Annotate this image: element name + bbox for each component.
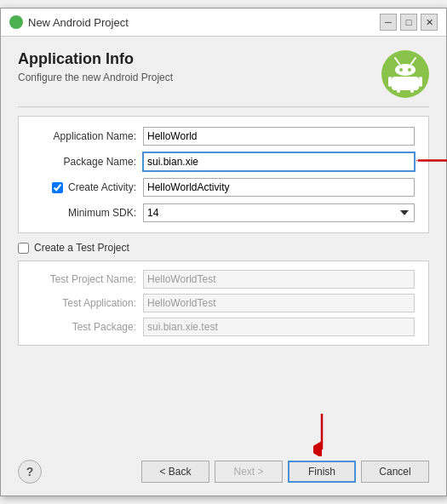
main-form-section: Application Name: Package Name:	[18, 116, 429, 233]
svg-point-4	[408, 68, 411, 72]
title-bar: New Android Project ─ □ ✕	[1, 9, 446, 37]
test-header: Create a Test Project	[18, 242, 429, 254]
cancel-button[interactable]: Cancel	[361, 461, 429, 483]
new-android-project-dialog: New Android Project ─ □ ✕ Application In…	[0, 8, 447, 496]
button-row: ? < Back Next > Finish Cancel	[18, 460, 429, 484]
svg-rect-8	[397, 89, 400, 93]
create-activity-checkbox-label[interactable]: Create Activity:	[52, 181, 136, 193]
maximize-button[interactable]: □	[400, 14, 417, 31]
title-bar-left: New Android Project	[9, 15, 129, 29]
android-logo	[381, 50, 429, 98]
test-app-input	[143, 294, 415, 312]
create-test-checkbox[interactable]	[18, 243, 29, 254]
finish-down-arrow	[313, 414, 330, 456]
svg-rect-2	[395, 64, 415, 76]
package-arrow	[416, 152, 447, 172]
create-activity-input[interactable]	[143, 178, 415, 197]
svg-rect-9	[410, 89, 414, 93]
page-title: Application Info	[18, 50, 173, 68]
app-name-input[interactable]	[143, 127, 415, 146]
help-button[interactable]: ?	[18, 460, 42, 484]
title-bar-controls: ─ □ ✕	[380, 14, 438, 31]
test-app-label: Test Application:	[32, 297, 143, 309]
minimize-button[interactable]: ─	[380, 14, 397, 31]
package-arrow-container	[143, 152, 415, 171]
test-app-row: Test Application:	[32, 294, 415, 312]
test-project-name-row: Test Project Name:	[32, 270, 415, 289]
svg-line-0	[395, 58, 399, 64]
android-robot-svg	[388, 55, 422, 93]
close-button[interactable]: ✕	[421, 14, 438, 31]
svg-rect-6	[388, 77, 392, 87]
header-text: Application Info Configure the new Andro…	[18, 50, 173, 83]
app-name-label: Application Name:	[32, 130, 143, 142]
create-test-text: Create a Test Project	[34, 242, 129, 254]
test-section: Create a Test Project Test Project Name:…	[18, 242, 429, 346]
package-name-label: Package Name:	[32, 156, 143, 168]
svg-rect-7	[419, 77, 422, 87]
min-sdk-select[interactable]: 14 8 10 11 15 16	[143, 203, 415, 222]
package-name-input[interactable]	[143, 152, 415, 171]
test-project-name-label: Test Project Name:	[32, 273, 143, 285]
header-row: Application Info Configure the new Andro…	[18, 50, 429, 98]
create-activity-row: Create Activity:	[32, 178, 415, 197]
bottom-area: ? < Back Next > Finish Cancel	[1, 368, 446, 495]
test-fields: Test Project Name: Test Application: Tes…	[18, 261, 429, 346]
svg-point-3	[399, 68, 403, 72]
finish-button[interactable]: Finish	[288, 461, 356, 483]
android-icon	[9, 15, 23, 29]
create-activity-text: Create Activity:	[68, 181, 136, 193]
create-test-checkbox-label[interactable]: Create a Test Project	[18, 242, 129, 254]
svg-rect-5	[392, 77, 419, 90]
min-sdk-row: Minimum SDK: 14 8 10 11 15 16	[32, 203, 415, 222]
package-name-row: Package Name:	[32, 152, 415, 171]
header-divider	[18, 106, 429, 107]
test-package-label: Test Package:	[32, 321, 143, 333]
svg-line-1	[411, 58, 415, 64]
next-button[interactable]: Next >	[215, 461, 283, 483]
window-title: New Android Project	[28, 16, 129, 29]
create-activity-checkbox[interactable]	[52, 182, 63, 193]
test-package-row: Test Package:	[32, 318, 415, 336]
test-project-name-input	[143, 270, 415, 289]
app-name-row: Application Name:	[32, 127, 415, 146]
min-sdk-label: Minimum SDK:	[32, 207, 143, 219]
back-button[interactable]: < Back	[141, 461, 209, 483]
create-activity-label-area: Create Activity:	[32, 181, 143, 193]
dialog-body: Application Info Configure the new Andro…	[1, 37, 446, 368]
test-package-input	[143, 318, 415, 336]
page-subtitle: Configure the new Android Project	[18, 72, 173, 83]
